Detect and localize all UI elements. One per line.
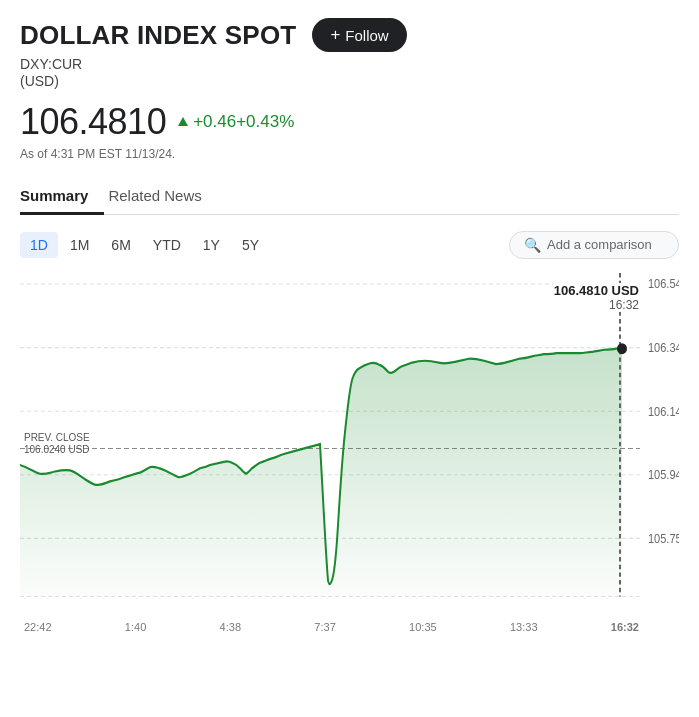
page-title: DOLLAR INDEX SPOT xyxy=(20,20,296,51)
chart-controls: 1D 1M 6M YTD 1Y 5Y 🔍 Add a comparison xyxy=(20,231,679,259)
chart-tooltip: 106.4810 USD 16:32 xyxy=(554,283,639,312)
time-btn-6m[interactable]: 6M xyxy=(101,232,140,258)
current-price: 106.4810 xyxy=(20,101,166,143)
svg-text:106.1450: 106.1450 xyxy=(648,405,679,418)
x-axis-labels: 22:42 1:40 4:38 7:37 10:35 13:33 16:32 xyxy=(20,617,679,633)
follow-button[interactable]: + Follow xyxy=(312,18,406,52)
time-btn-1m[interactable]: 1M xyxy=(60,232,99,258)
time-btn-ytd[interactable]: YTD xyxy=(143,232,191,258)
search-icon: 🔍 xyxy=(524,237,541,253)
svg-text:105.9475: 105.9475 xyxy=(648,468,679,481)
tabs-bar: Summary Related News xyxy=(20,179,679,215)
tab-related-news[interactable]: Related News xyxy=(104,179,217,215)
chart-end-dot xyxy=(617,343,627,354)
plus-icon: + xyxy=(330,25,340,45)
up-arrow-icon xyxy=(178,117,188,126)
x-label-3: 7:37 xyxy=(314,621,335,633)
x-label-5: 13:33 xyxy=(510,621,538,633)
svg-text:106.5400: 106.5400 xyxy=(648,277,679,290)
svg-text:106.0240 USD: 106.0240 USD xyxy=(24,443,90,454)
svg-text:106.3425: 106.3425 xyxy=(648,341,679,354)
price-chart: 106.4810 USD 16:32 xyxy=(20,273,679,613)
x-label-0: 22:42 xyxy=(24,621,52,633)
ticker-symbol: DXY:CUR xyxy=(20,56,679,72)
x-label-6: 16:32 xyxy=(611,621,639,633)
tab-summary[interactable]: Summary xyxy=(20,179,104,215)
tooltip-time: 16:32 xyxy=(554,298,639,312)
svg-text:105.7500: 105.7500 xyxy=(648,532,679,545)
price-timestamp: As of 4:31 PM EST 11/13/24. xyxy=(20,147,679,161)
svg-text:PREV. CLOSE: PREV. CLOSE xyxy=(24,431,90,442)
comparison-placeholder: Add a comparison xyxy=(547,237,652,252)
follow-label: Follow xyxy=(345,27,388,44)
currency-label: (USD) xyxy=(20,73,679,89)
chart-svg: 106.5400 106.3425 106.1450 105.9475 105.… xyxy=(20,273,679,613)
tooltip-price: 106.4810 USD xyxy=(554,283,639,298)
time-btn-1y[interactable]: 1Y xyxy=(193,232,230,258)
comparison-search[interactable]: 🔍 Add a comparison xyxy=(509,231,679,259)
x-label-2: 4:38 xyxy=(220,621,241,633)
time-btn-1d[interactable]: 1D xyxy=(20,232,58,258)
price-change: +0.46+0.43% xyxy=(178,112,294,132)
x-label-4: 10:35 xyxy=(409,621,437,633)
time-btn-5y[interactable]: 5Y xyxy=(232,232,269,258)
time-period-buttons: 1D 1M 6M YTD 1Y 5Y xyxy=(20,232,269,258)
x-label-1: 1:40 xyxy=(125,621,146,633)
